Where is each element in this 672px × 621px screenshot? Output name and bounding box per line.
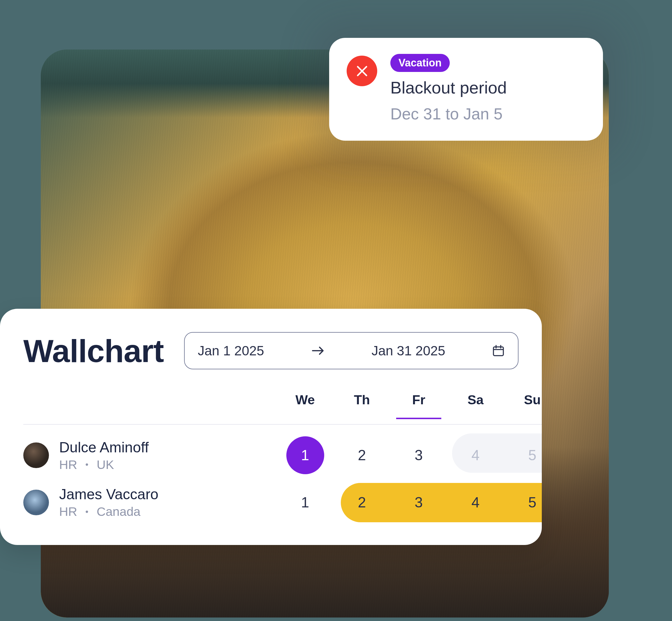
wallchart-day-cell[interactable]: 5 [504, 447, 542, 464]
notification-title: Blackout period [390, 78, 586, 97]
svg-rect-0 [494, 347, 503, 356]
wallchart-card: Wallchart Jan 1 2025 Jan 31 2025 We Th F… [0, 309, 542, 545]
wallchart-day-cell[interactable]: 4 [447, 494, 504, 511]
day-header-su[interactable]: Su [504, 392, 542, 413]
vacation-badge: Vacation [390, 54, 450, 72]
close-button[interactable] [347, 56, 377, 86]
day-header-sa[interactable]: Sa [447, 392, 504, 413]
day-header-fr[interactable]: Fr [390, 392, 447, 413]
wallchart-day-cell[interactable]: 2 [334, 494, 390, 511]
person-name: James Vaccaro [59, 486, 159, 503]
calendar-icon [492, 344, 505, 357]
blackout-notification-card: Vacation Blackout period Dec 31 to Jan 5 [329, 38, 603, 141]
date-range-end: Jan 31 2025 [371, 343, 445, 359]
person-name: Dulce Aminoff [59, 439, 149, 456]
avatar[interactable] [23, 443, 49, 468]
wallchart-day-cell[interactable]: 3 [390, 494, 447, 511]
wallchart-title: Wallchart [23, 332, 164, 369]
wallchart-day-cell[interactable]: 1 [277, 494, 334, 511]
arrow-right-icon [311, 344, 325, 358]
wallchart-day-cell[interactable]: 4 [447, 447, 504, 464]
date-range-start: Jan 1 2025 [198, 343, 264, 359]
date-range-picker[interactable]: Jan 1 2025 Jan 31 2025 [184, 332, 518, 369]
wallchart-header-row: We Th Fr Sa Su [23, 387, 542, 425]
person-meta: HR • UK [59, 458, 149, 472]
wallchart-day-cell[interactable]: 2 [334, 447, 390, 464]
notification-date-range: Dec 31 to Jan 5 [390, 105, 586, 123]
day-header-th[interactable]: Th [334, 392, 390, 413]
wallchart-row-james[interactable]: James Vaccaro HR • Canada 1 2 3 4 5 [23, 474, 542, 519]
wallchart-row-dulce[interactable]: Dulce Aminoff HR • UK 1 2 3 4 5 [23, 425, 542, 474]
wallchart-day-cell[interactable]: 1 [277, 436, 334, 474]
person-meta: HR • Canada [59, 504, 159, 519]
day-cell-marker: 1 [286, 436, 324, 474]
wallchart-day-cell[interactable]: 5 [504, 494, 542, 511]
avatar[interactable] [23, 490, 49, 515]
day-header-we[interactable]: We [277, 392, 334, 413]
wallchart-day-cell[interactable]: 3 [390, 447, 447, 464]
close-icon [355, 64, 369, 78]
